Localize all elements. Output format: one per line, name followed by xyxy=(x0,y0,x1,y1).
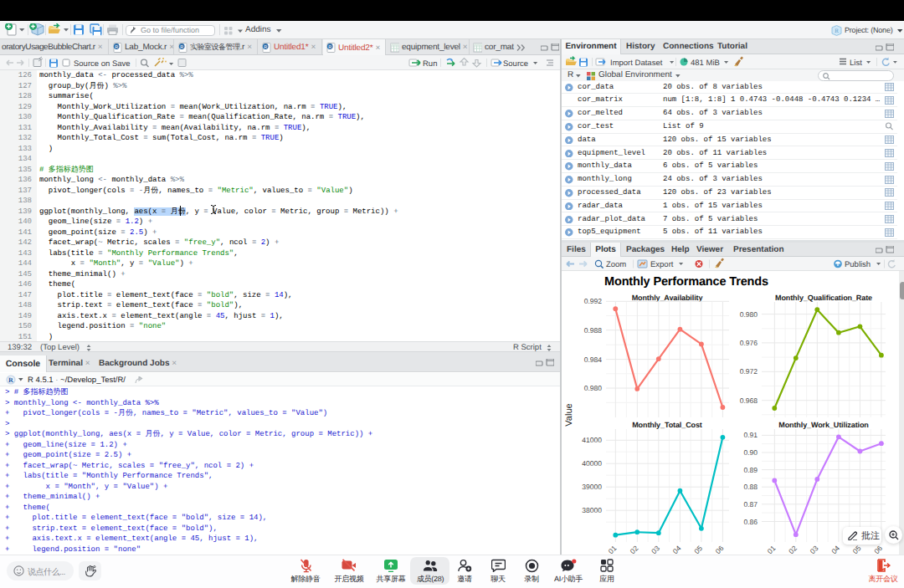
svg-text:0.90: 0.90 xyxy=(743,448,758,457)
svg-text:Monthly_Total_Cost: Monthly_Total_Cost xyxy=(632,421,702,429)
svg-text:R: R xyxy=(180,45,183,50)
svg-text:Source on Save: Source on Save xyxy=(74,59,131,69)
svg-text:R: R xyxy=(328,45,331,50)
svg-text:Source: Source xyxy=(503,59,528,69)
svg-text:01: 01 xyxy=(607,544,619,555)
svg-text:R: R xyxy=(115,45,118,50)
svg-text:04: 04 xyxy=(671,544,683,555)
svg-text:R: R xyxy=(835,28,839,34)
svg-text:R: R xyxy=(8,376,13,384)
svg-text:0.984: 0.984 xyxy=(584,355,603,364)
svg-text:03: 03 xyxy=(650,544,661,555)
svg-text:R: R xyxy=(264,45,267,50)
svg-text:40000: 40000 xyxy=(582,459,602,468)
svg-text:Monthly Performance Trends: Monthly Performance Trends xyxy=(604,275,768,289)
svg-text:List: List xyxy=(850,59,862,68)
svg-text:0.992: 0.992 xyxy=(584,297,603,305)
svg-text:Run: Run xyxy=(423,59,437,69)
svg-text:0.968: 0.968 xyxy=(740,396,758,405)
svg-text:02: 02 xyxy=(629,544,640,555)
svg-text:Value: Value xyxy=(564,403,574,426)
svg-text:0.988: 0.988 xyxy=(584,326,603,335)
svg-text:Import Dataset: Import Dataset xyxy=(610,59,663,68)
svg-text:Monthly_Qualification_Rate: Monthly_Qualification_Rate xyxy=(775,294,872,302)
svg-text:38000: 38000 xyxy=(582,506,602,514)
svg-text:0.87: 0.87 xyxy=(743,500,758,509)
svg-text:481 MiB: 481 MiB xyxy=(691,59,720,68)
svg-text:Monthly_Availability: Monthly_Availability xyxy=(632,294,703,302)
svg-text:02: 02 xyxy=(787,544,799,555)
svg-text:0.88: 0.88 xyxy=(743,483,758,491)
svg-text:0.980: 0.980 xyxy=(584,384,603,392)
svg-text:Zoom: Zoom xyxy=(606,260,626,269)
svg-text:0.976: 0.976 xyxy=(740,339,758,347)
svg-text:0.86: 0.86 xyxy=(743,518,758,526)
svg-text:39000: 39000 xyxy=(582,483,602,491)
svg-text:Export: Export xyxy=(650,260,674,269)
svg-text:03: 03 xyxy=(809,544,820,555)
svg-text:Monthly_Work_Utilization: Monthly_Work_Utilization xyxy=(778,421,868,429)
svg-text:04: 04 xyxy=(830,544,841,555)
svg-text:0.91: 0.91 xyxy=(743,431,758,439)
svg-text:05: 05 xyxy=(692,544,704,555)
svg-text:06: 06 xyxy=(872,544,884,555)
svg-text:05: 05 xyxy=(851,544,863,555)
svg-text:0.89: 0.89 xyxy=(743,466,758,474)
svg-text:01: 01 xyxy=(766,544,778,555)
svg-text:06: 06 xyxy=(714,544,726,555)
svg-text:0.972: 0.972 xyxy=(740,367,758,376)
svg-text:41000: 41000 xyxy=(582,436,602,444)
svg-text:0.980: 0.980 xyxy=(740,310,758,319)
svg-text:Publish: Publish xyxy=(845,260,871,269)
